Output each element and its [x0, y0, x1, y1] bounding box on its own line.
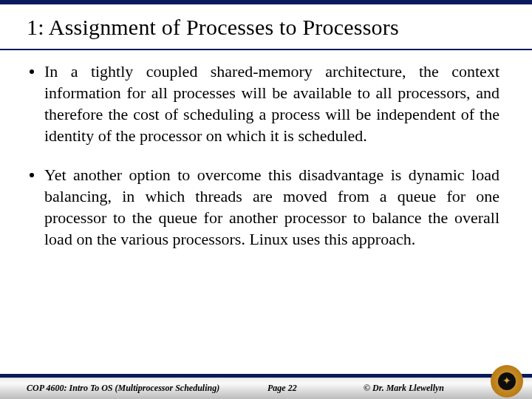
ucf-logo: ✦: [491, 365, 523, 398]
slide: 1: Assignment of Processes to Processors…: [0, 0, 532, 399]
bullet-item: In a tightly coupled shared-memory archi…: [30, 61, 499, 146]
slide-content: In a tightly coupled shared-memory archi…: [0, 61, 532, 250]
bullet-dot-icon: [30, 173, 34, 177]
title-rule: [0, 49, 532, 50]
pegasus-icon: ✦: [502, 375, 511, 386]
slide-footer: COP 4600: Intro To OS (Multiprocessor Sc…: [0, 374, 532, 399]
bullet-dot-icon: [30, 69, 34, 74]
bullet-text: In a tightly coupled shared-memory archi…: [44, 61, 499, 146]
title-wrap: 1: Assignment of Processes to Processors: [0, 4, 532, 44]
bullet-item: Yet another option to overcome this disa…: [30, 164, 499, 250]
logo-inner-circle: ✦: [498, 372, 516, 390]
logo-outer-circle: ✦: [491, 365, 523, 398]
slide-title: 1: Assignment of Processes to Processors: [27, 15, 517, 40]
footer-course: COP 4600: Intro To OS (Multiprocessor Sc…: [27, 383, 219, 394]
bullet-text: Yet another option to overcome this disa…: [44, 164, 499, 250]
footer-author: © Dr. Mark Llewellyn: [364, 383, 444, 394]
footer-page: Page 22: [267, 383, 297, 394]
